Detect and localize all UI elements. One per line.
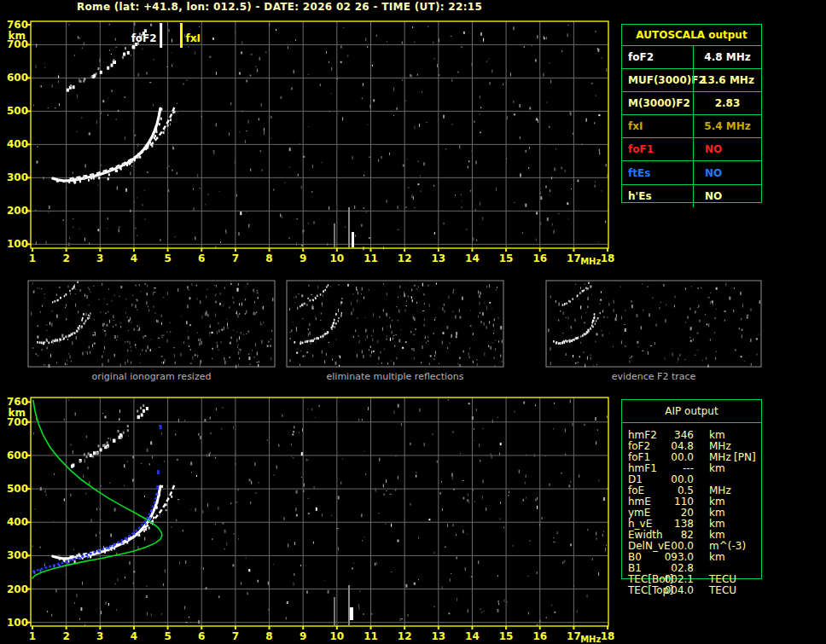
fxI-marker-label: fxI — [185, 32, 200, 44]
aip-row-tectop: TEC[Top]004.0TECU — [622, 585, 761, 596]
x-tick-label: 14 — [465, 252, 480, 264]
parameter-value: 13.6 MHz — [693, 69, 761, 91]
y-tick-label: 500 — [7, 105, 28, 117]
plot-border — [31, 21, 608, 248]
y-tick-label: 760 — [7, 396, 28, 408]
parameter-label: foF2 — [622, 51, 693, 63]
foF2-marker: foF2 — [131, 23, 163, 48]
foF2-marker-label: foF2 — [131, 32, 157, 44]
x-tick-label: 1 — [29, 630, 36, 642]
autoscala-table-rows: foF24.8 MHzMUF(3000)F213.6 MHzM(3000)F22… — [622, 46, 761, 207]
x-tick-label: 2 — [62, 252, 69, 264]
parameter-value: 004.0 — [647, 585, 694, 596]
x-tick-label: 4 — [131, 252, 137, 264]
x-tick-label: 4 — [131, 630, 137, 642]
parameter-label: MUF(3000)F2 — [622, 74, 693, 86]
parameter-value: 4.8 MHz — [693, 46, 761, 68]
x-tick-label: 16 — [532, 252, 547, 264]
x-tick-label: 11 — [364, 252, 378, 264]
y-tick-label: 600 — [7, 72, 28, 84]
x-tick-label: 17 — [567, 630, 581, 642]
parameter-label: foF1 — [622, 143, 693, 155]
thumbnail-f2-trace — [546, 281, 761, 368]
y-axis-unit: km — [9, 407, 26, 419]
grid-lines — [31, 21, 608, 248]
x-tick-label: 12 — [398, 252, 412, 264]
x-tick-label: 6 — [198, 252, 205, 264]
y-tick-label: 760 — [7, 19, 28, 31]
y-tick-label: 300 — [7, 549, 28, 561]
x-tick-label: 3 — [96, 252, 103, 264]
parameter-value: 5.4 MHz — [693, 115, 761, 137]
y-tick-label: 200 — [7, 583, 28, 595]
y-tick-label: 100 — [7, 617, 28, 629]
y-tick-label: 500 — [7, 483, 28, 495]
x-tick-label: 9 — [300, 252, 306, 264]
ionogram-traces — [53, 24, 176, 183]
x-tick-label: 1 — [29, 252, 36, 264]
x-tick-label: 9 — [300, 630, 306, 642]
ionogram-noise — [32, 399, 608, 626]
x-tick-label: 18 — [601, 630, 615, 642]
parameter-label: fxI — [622, 120, 693, 132]
autoscala-row-ftes: ftEsNO — [622, 161, 761, 184]
x-axis-unit: MHz — [580, 257, 601, 266]
y-axis-unit: km — [9, 30, 26, 42]
autoscala-row-muf3000f2: MUF(3000)F213.6 MHz — [622, 69, 761, 92]
x-tick-label: 12 — [398, 630, 412, 642]
y-tick-label: 300 — [7, 171, 28, 183]
x-tick-label: 17 — [567, 252, 581, 264]
parameter-unit: TECU — [709, 585, 736, 596]
autoscala-table-header: AUTOSCALA output — [622, 25, 761, 46]
autoscala-row-fxi: fxI5.4 MHz — [622, 115, 761, 138]
autoscala-output-table: AUTOSCALA output foF24.8 MHzMUF(3000)F21… — [621, 24, 762, 203]
aip-table-header: AIP output — [622, 400, 761, 423]
x-tick-label: 2 — [62, 630, 69, 642]
y-tick-label: 400 — [7, 138, 28, 150]
autoscala-row-m3000f2: M(3000)F22.83 — [622, 92, 761, 115]
x-tick-label: 15 — [499, 252, 514, 264]
parameter-label: M(3000)F2 — [622, 97, 693, 109]
parameter-value: NO — [693, 161, 761, 183]
y-tick-label: 100 — [7, 238, 28, 250]
autoscala-row-fof1: foF1NO — [622, 138, 761, 161]
x-tick-label: 15 — [499, 630, 514, 642]
x-tick-label: 16 — [532, 630, 547, 642]
x-tick-label: 13 — [431, 630, 445, 642]
profile-plot: 760700600500400300200100km12345678910111… — [7, 396, 614, 644]
aip-table-rows: hmF2346kmfoF204.8MHzfoF100.0MHz[PN]hmF1-… — [622, 430, 761, 596]
x-tick-label: 6 — [198, 630, 205, 642]
aip-output-table: AIP output hmF2346kmfoF204.8MHzfoF100.0M… — [621, 399, 762, 579]
thumbnail-original — [28, 281, 275, 368]
x-tick-label: 7 — [232, 630, 239, 642]
y-tick-label: 200 — [7, 205, 28, 217]
axis-labels: 760700600500400300200100km12345678910111… — [7, 396, 614, 644]
x-tick-label: 5 — [164, 630, 171, 642]
thumbnail-caption-reflections: eliminate multiple reflections — [287, 371, 503, 382]
y-tick-label: 400 — [7, 516, 28, 528]
autoscala-row-fof2: foF24.8 MHz — [622, 46, 761, 69]
x-tick-label: 8 — [265, 252, 272, 264]
thumbnail-caption-original: original ionogram resized — [28, 371, 275, 382]
y-tick-label: 600 — [7, 450, 28, 461]
x-tick-label: 13 — [431, 252, 445, 264]
fxI-marker: fxI — [180, 23, 201, 48]
parameter-value: 2.83 — [693, 92, 761, 114]
x-tick-label: 18 — [601, 252, 615, 264]
x-tick-label: 10 — [329, 252, 344, 264]
thumbnail-caption-f2trace: evidence F2 trace — [546, 371, 761, 382]
ionogram-noise — [33, 22, 608, 250]
x-tick-label: 10 — [329, 630, 344, 642]
autoscala-row-hes: h'EsNO — [622, 185, 761, 207]
autoscala-window: foF2fxI760700600500400300200100km1234567… — [0, 0, 826, 644]
x-tick-label: 8 — [265, 630, 272, 642]
parameter-label: h'Es — [622, 190, 693, 202]
ionogram-plot: foF2fxI760700600500400300200100km1234567… — [7, 19, 614, 266]
station-title: Rome (lat: +41.8, lon: 012.5) - DATE: 20… — [77, 1, 482, 13]
parameter-flag: [PN] — [734, 452, 756, 463]
parameter-value: NO — [693, 138, 761, 160]
x-tick-label: 5 — [164, 252, 171, 264]
parameter-unit: km — [709, 552, 725, 563]
x-tick-label: 7 — [232, 252, 239, 264]
parameter-unit: km — [709, 463, 725, 474]
